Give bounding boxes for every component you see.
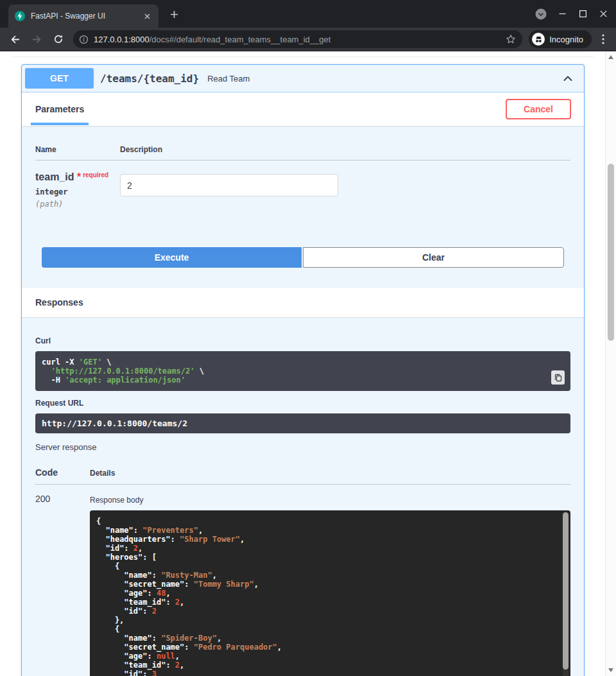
back-button[interactable]	[6, 30, 24, 48]
column-description: Description	[120, 145, 162, 154]
parameters-body: Name Description team_id *required integ…	[22, 126, 584, 288]
browser-toolbar: 127.0.0.1:8000/docs#/default/read_team_t…	[0, 28, 616, 51]
forward-button[interactable]	[28, 30, 46, 48]
curl-title: Curl	[35, 317, 570, 351]
curl-block: curl -X 'GET' \ 'http://127.0.0.1:8000/t…	[35, 351, 570, 391]
incognito-badge: Incognito	[529, 30, 592, 48]
scrollbar-down-arrow-icon[interactable]	[608, 668, 613, 672]
tab-title: FastAPI - Swagger UI	[31, 12, 142, 21]
window-controls	[530, 0, 613, 28]
section-divider	[12, 56, 594, 57]
execute-row: Execute Clear	[35, 209, 570, 288]
parameters-table-head: Name Description	[35, 126, 570, 160]
minimize-button[interactable]	[552, 0, 572, 28]
responses-header: Responses	[22, 288, 584, 317]
parameter-name: team_id *required	[35, 171, 120, 183]
tab-search-icon[interactable]	[530, 3, 552, 25]
opblock-get-read-team: GET /teams/{team_id} Read Team Parameter…	[21, 64, 585, 676]
curl-code: curl -X 'GET' \ 'http://127.0.0.1:8000/t…	[42, 358, 564, 385]
incognito-spy-icon	[532, 33, 545, 46]
parameter-row: team_id *required integer (path)	[35, 160, 570, 209]
response-body-title: Response body	[90, 494, 570, 510]
column-code: Code	[35, 467, 90, 478]
response-row: 200 Response body { "name": "Preventers"…	[35, 485, 570, 676]
incognito-label: Incognito	[549, 35, 583, 44]
cancel-button[interactable]: Cancel	[506, 99, 571, 119]
tab-bar: FastAPI - Swagger UI	[0, 0, 616, 28]
url-path: /docs#/default/read_team_teams__team_id_…	[150, 35, 331, 44]
response-details-cell: Response body { "name": "Preventers", "h…	[90, 494, 570, 676]
close-button[interactable]	[593, 0, 613, 28]
page-scrollbar-thumb[interactable]	[608, 164, 614, 341]
response-body-block: { "name": "Preventers", "headquarters": …	[90, 510, 570, 676]
execute-button[interactable]: Execute	[42, 247, 302, 268]
response-table-head: Code Details	[35, 452, 570, 485]
responses-body: Curl curl -X 'GET' \ 'http://127.0.0.1:8…	[22, 317, 584, 676]
parameter-value-cell	[120, 171, 338, 209]
address-bar[interactable]: 127.0.0.1:8000/docs#/default/read_team_t…	[73, 30, 522, 48]
site-info-icon[interactable]	[79, 35, 89, 44]
parameter-type: integer	[35, 187, 120, 196]
url-host: 127.0.0.1:8000	[94, 35, 150, 44]
page-scrollbar[interactable]	[605, 51, 616, 676]
browser-menu-icon[interactable]	[594, 30, 612, 48]
responses-title: Responses	[35, 297, 83, 308]
maximize-button[interactable]	[572, 0, 593, 28]
copy-to-clipboard-icon[interactable]	[551, 370, 565, 385]
clear-button[interactable]: Clear	[303, 247, 564, 268]
server-response-title: Server response	[35, 433, 570, 452]
status-code: 200	[35, 494, 90, 676]
response-scrollbar-thumb[interactable]	[563, 512, 569, 670]
endpoint-path: /teams/{team_id}	[100, 73, 199, 85]
column-details: Details	[90, 469, 115, 478]
endpoint-summary: Read Team	[207, 74, 250, 83]
bookmark-star-icon[interactable]	[506, 34, 516, 44]
browser-window: FastAPI - Swagger UI	[0, 0, 616, 676]
browser-tab[interactable]: FastAPI - Swagger UI	[8, 4, 158, 28]
tab-close-icon[interactable]	[142, 11, 153, 22]
collapse-chevron-up-icon[interactable]	[560, 71, 576, 86]
parameter-name-cell: team_id *required integer (path)	[35, 171, 120, 209]
required-asterisk: *	[74, 171, 81, 182]
http-method-badge: GET	[25, 68, 94, 89]
reload-button[interactable]	[49, 30, 67, 48]
parameter-location: (path)	[35, 200, 120, 209]
response-body-code: { "name": "Preventers", "headquarters": …	[96, 517, 554, 676]
parameters-header: Parameters Cancel	[22, 92, 584, 126]
required-label: required	[83, 171, 108, 178]
tab-parameters[interactable]: Parameters	[31, 93, 89, 125]
new-tab-button[interactable]	[166, 6, 182, 22]
request-url-value: http://127.0.0.1:8000/teams/2	[35, 413, 570, 433]
column-name: Name	[35, 145, 120, 154]
fastapi-favicon-icon	[15, 11, 25, 21]
swagger-page: GET /teams/{team_id} Read Team Parameter…	[0, 51, 616, 676]
opblock-summary[interactable]: GET /teams/{team_id} Read Team	[22, 65, 584, 92]
param-name-text: team_id	[35, 171, 74, 182]
url-text: 127.0.0.1:8000/docs#/default/read_team_t…	[94, 35, 506, 44]
scrollbar-up-arrow-icon[interactable]	[608, 55, 613, 59]
request-url-title: Request URL	[35, 391, 570, 413]
team-id-input[interactable]	[120, 174, 338, 196]
